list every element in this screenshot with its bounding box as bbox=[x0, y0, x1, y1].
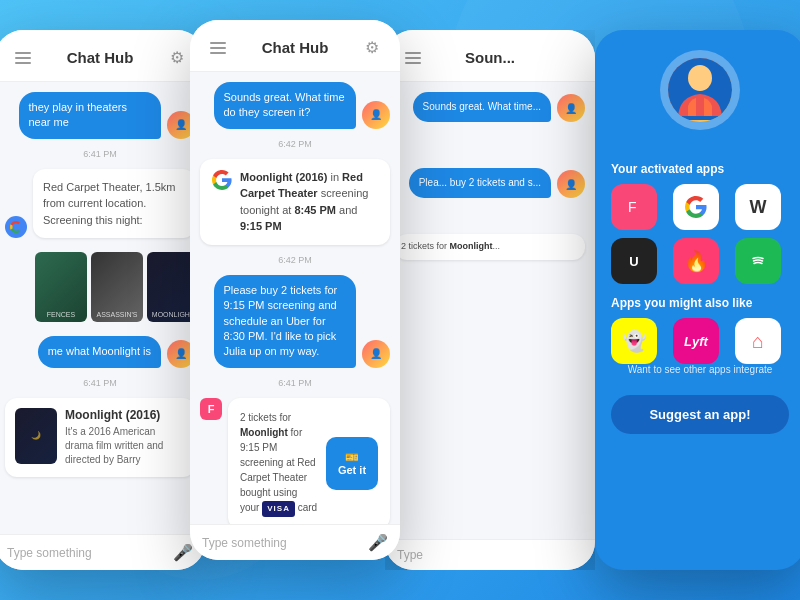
mic-icon-left[interactable]: 🎤 bbox=[173, 543, 193, 562]
visa-badge: VISA bbox=[262, 501, 295, 517]
app-foursquare[interactable]: F bbox=[611, 184, 657, 230]
get-it-button[interactable]: 🎫Get it bbox=[326, 437, 378, 490]
msg-right-2: Plea... buy 2 tickets and s... 👤 bbox=[395, 168, 585, 198]
moonlight-info-text: Moonlight (2016) It's a 2016 American dr… bbox=[65, 408, 185, 467]
ticket-row: F 2 tickets for Moonlight for 9:15 PM sc… bbox=[200, 398, 390, 524]
phones-container: Chat Hub ⚙ they play in theaters near me… bbox=[0, 30, 800, 570]
avatar-large-wrap bbox=[660, 50, 740, 130]
activated-apps-title: Your activated apps bbox=[611, 162, 789, 176]
phone-left-chat: they play in theaters near me 👤 6:41 PM … bbox=[0, 82, 205, 534]
ticket-info: 2 tickets for Moonlight for 9:15 PM scre… bbox=[240, 410, 318, 517]
mic-icon-center[interactable]: 🎤 bbox=[368, 533, 388, 552]
bubble-moonlight-q: me what Moonlight is bbox=[38, 336, 161, 367]
phone-left-input-bar: Type something 🎤 bbox=[0, 534, 205, 570]
bubble-right-1: Sounds great. What time... bbox=[413, 92, 551, 122]
phone-left-title: Chat Hub bbox=[67, 49, 134, 66]
bubble-buy-tickets: Please buy 2 tickets for 9:15 PM screeni… bbox=[214, 275, 357, 368]
phone-center-title: Chat Hub bbox=[262, 39, 329, 56]
suggested-apps-grid: 👻 Lyft ⌂ bbox=[595, 318, 800, 364]
spacer bbox=[395, 130, 585, 160]
avatar-center-1: 👤 bbox=[362, 101, 390, 129]
google-screening-msg: Moonlight (2016) in Red Carpet Theater s… bbox=[200, 159, 390, 245]
ticket-info-right: 2 tickets for Moonlight... bbox=[401, 240, 579, 254]
app-snapchat[interactable]: 👻 bbox=[611, 318, 657, 364]
foursquare-icon: F bbox=[200, 398, 222, 420]
poster-fences[interactable]: FENCES bbox=[35, 252, 87, 322]
app-wikipedia[interactable]: W bbox=[735, 184, 781, 230]
phone-center-chat: Sounds great. What time do they screen i… bbox=[190, 72, 400, 524]
msg-theaters: they play in theaters near me 👤 bbox=[5, 92, 195, 139]
phone-right-chat: Sounds great. What time... 👤 Plea... buy… bbox=[385, 82, 595, 539]
ticket-card-right: 2 tickets for Moonlight... bbox=[395, 234, 585, 260]
avatar-large bbox=[668, 58, 732, 122]
google-logo bbox=[212, 169, 232, 195]
moonlight-desc: It's a 2016 American drama film written … bbox=[65, 425, 185, 467]
bubble-theaters: they play in theaters near me bbox=[19, 92, 162, 139]
app-airbnb[interactable]: ⌂ bbox=[735, 318, 781, 364]
msg-theater-bot: Red Carpet Theater, 1.5km from current l… bbox=[5, 169, 195, 239]
time-c3: 6:41 PM bbox=[200, 378, 390, 388]
phone-left-header: Chat Hub ⚙ bbox=[0, 30, 205, 82]
integrate-text: Want to see other apps integrate bbox=[595, 364, 800, 381]
ticket-card-wrap: 2 tickets for Moonlight for 9:15 PM scre… bbox=[228, 398, 390, 524]
suggest-btn[interactable]: Suggest an app! bbox=[611, 395, 789, 434]
app-tinder[interactable]: 🔥 bbox=[673, 238, 719, 284]
msg-moonlight-q: me what Moonlight is 👤 bbox=[5, 336, 195, 367]
phone-left: Chat Hub ⚙ they play in theaters near me… bbox=[0, 30, 205, 570]
menu-icon-right[interactable] bbox=[401, 46, 425, 70]
phone-center: Chat Hub ⚙ Sounds great. What time do th… bbox=[190, 20, 400, 560]
app-google[interactable] bbox=[673, 184, 719, 230]
moonlight-thumb: 🌙 bbox=[15, 408, 57, 464]
phone-center-placeholder[interactable]: Type something bbox=[202, 536, 360, 550]
poster-assassins[interactable]: ASSASSIN'S bbox=[91, 252, 143, 322]
theater-bot-msg: Red Carpet Theater, 1.5km from current l… bbox=[33, 169, 195, 239]
msg-sounds-great: Sounds great. What time do they screen i… bbox=[200, 82, 390, 129]
phone-center-header: Chat Hub ⚙ bbox=[190, 20, 400, 72]
phone-right-header: Soun... bbox=[385, 30, 595, 82]
avatar-right-2: 👤 bbox=[557, 170, 585, 198]
google-screening-text: Moonlight (2016) in Red Carpet Theater s… bbox=[240, 169, 378, 235]
svg-text:F: F bbox=[628, 199, 637, 215]
avatar-center-2: 👤 bbox=[362, 340, 390, 368]
spacer2 bbox=[395, 206, 585, 226]
phone-right-input-bar: Type bbox=[385, 539, 595, 570]
gear-icon-center[interactable]: ⚙ bbox=[360, 36, 384, 60]
moonlight-title: Moonlight (2016) bbox=[65, 408, 185, 422]
moonlight-info-card: 🌙 Moonlight (2016) It's a 2016 American … bbox=[5, 398, 195, 477]
gear-icon[interactable]: ⚙ bbox=[165, 46, 189, 70]
msg-right-1: Sounds great. What time... 👤 bbox=[395, 92, 585, 122]
app-spotify[interactable] bbox=[735, 238, 781, 284]
suggested-apps-title: Apps you might also like bbox=[611, 296, 789, 310]
bubble-right-2: Plea... buy 2 tickets and s... bbox=[409, 168, 551, 198]
time-c1: 6:42 PM bbox=[200, 139, 390, 149]
phone-center-input-bar: Type something 🎤 bbox=[190, 524, 400, 560]
time-2: 6:41 PM bbox=[5, 378, 195, 388]
phone-right-title: Soun... bbox=[465, 49, 515, 66]
msg-buy-tickets: Please buy 2 tickets for 9:15 PM screeni… bbox=[200, 275, 390, 368]
apps-header bbox=[595, 30, 800, 150]
bubble-sounds-great: Sounds great. What time do they screen i… bbox=[214, 82, 357, 129]
time-c2: 6:42 PM bbox=[200, 255, 390, 265]
svg-point-12 bbox=[688, 65, 712, 91]
svg-point-14 bbox=[748, 251, 768, 271]
phone-apps: Your activated apps F W U 🔥 bbox=[595, 30, 800, 570]
ticket-card: 2 tickets for Moonlight for 9:15 PM scre… bbox=[228, 398, 390, 524]
app-lyft[interactable]: Lyft bbox=[673, 318, 719, 364]
avatar-right: 👤 bbox=[557, 94, 585, 122]
phone-right-placeholder[interactable]: Type bbox=[397, 548, 583, 562]
menu-icon[interactable] bbox=[11, 46, 35, 70]
google-avatar-1 bbox=[5, 216, 27, 238]
movies-row: FENCES ASSASSIN'S MOONLIGHT bbox=[5, 246, 195, 328]
activated-apps-grid: F W U 🔥 bbox=[595, 184, 800, 284]
app-uber[interactable]: U bbox=[611, 238, 657, 284]
phone-left-placeholder[interactable]: Type something bbox=[7, 546, 165, 560]
time-1: 6:41 PM bbox=[5, 149, 195, 159]
menu-icon-center[interactable] bbox=[206, 36, 230, 60]
phone-right: Soun... Sounds great. What time... 👤 Ple… bbox=[385, 30, 595, 570]
